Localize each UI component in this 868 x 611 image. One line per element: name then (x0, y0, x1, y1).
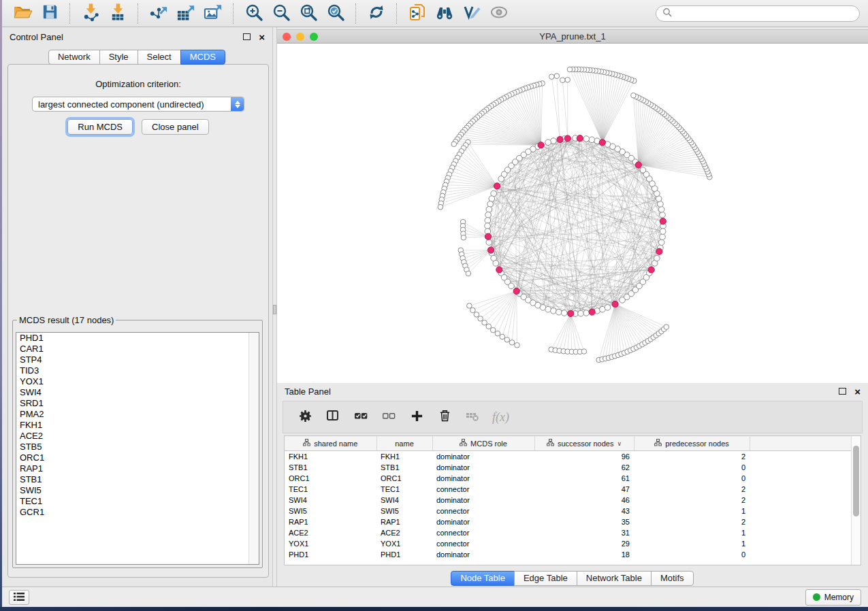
cell-successor-nodes[interactable]: 61 (534, 473, 634, 484)
share-document-button[interactable] (404, 2, 431, 25)
search-input[interactable] (672, 8, 853, 19)
network-graph[interactable] (277, 44, 868, 383)
table-row[interactable]: YOX1YOX1connector291 (285, 538, 861, 549)
cell-MCDS-role[interactable]: dominator (432, 462, 534, 473)
column-header-MCDS-role[interactable]: MCDS role (432, 436, 534, 451)
node-table[interactable]: shared namenameMCDS rolesuccessor nodes∨… (285, 436, 861, 560)
tab-mcds[interactable]: MCDS (180, 50, 225, 65)
cell-name[interactable]: ACE2 (376, 527, 432, 538)
cell-predecessor-nodes[interactable]: 1 (634, 538, 750, 549)
deselect-all-button[interactable] (381, 409, 397, 425)
mcds-hub-node[interactable] (635, 162, 641, 168)
cell-MCDS-role[interactable]: dominator (432, 451, 534, 463)
ring-node[interactable] (545, 306, 551, 312)
mcds-result-item[interactable]: SWI4 (16, 387, 259, 398)
ring-node[interactable] (493, 261, 499, 267)
column-header-shared-name[interactable]: shared name (285, 436, 376, 451)
mcds-hub-node[interactable] (660, 218, 666, 225)
cell-name[interactable]: FKH1 (376, 451, 432, 463)
cell-shared-name[interactable]: STB1 (285, 462, 376, 473)
cell-shared-name[interactable]: ACE2 (285, 527, 376, 538)
zoom-out-button[interactable] (268, 2, 295, 25)
ring-node[interactable] (562, 310, 568, 316)
cell-MCDS-role[interactable]: connector (432, 484, 534, 495)
leaf-node[interactable] (509, 340, 515, 346)
cell-predecessor-nodes[interactable]: 1 (634, 506, 750, 516)
mcds-result-item[interactable]: CAR1 (16, 344, 259, 354)
search-box[interactable] (656, 5, 860, 22)
cell-shared-name[interactable]: RAP1 (285, 516, 376, 527)
mcds-hub-node[interactable] (568, 310, 574, 316)
leaf-node[interactable] (474, 312, 479, 318)
tab-select[interactable]: Select (138, 50, 181, 65)
leaf-node[interactable] (482, 320, 487, 325)
leaf-node[interactable] (664, 325, 669, 330)
leaf-node[interactable] (631, 93, 637, 98)
ring-node[interactable] (654, 255, 660, 261)
ring-node[interactable] (660, 234, 666, 240)
tab-edge-table[interactable]: Edge Table (514, 571, 577, 586)
leaf-node[interactable] (504, 337, 510, 343)
tab-style[interactable]: Style (99, 50, 138, 65)
panel-splitter[interactable] (272, 27, 277, 587)
ring-node[interactable] (658, 201, 664, 208)
sort-indicator-icon[interactable]: ∨ (617, 440, 622, 447)
mcds-result-item[interactable]: ORC1 (16, 452, 259, 463)
leaf-node[interactable] (495, 331, 500, 336)
float-table-panel-icon[interactable] (839, 388, 846, 395)
mcds-list-scrollbar[interactable] (248, 333, 259, 564)
cell-successor-nodes[interactable]: 43 (534, 506, 634, 516)
cell-predecessor-nodes[interactable]: 0 (634, 462, 750, 473)
table-row[interactable]: RAP1RAP1dominator352 (285, 516, 861, 527)
tab-node-table[interactable]: Node Table (451, 571, 515, 586)
ring-node[interactable] (660, 229, 666, 235)
hide-graphics-button[interactable] (485, 2, 513, 25)
ring-node[interactable] (640, 167, 646, 174)
table-row[interactable]: PHD1PHD1dominator180 (285, 549, 861, 560)
mcds-result-item[interactable]: SWI5 (16, 485, 259, 496)
ring-node[interactable] (583, 136, 590, 142)
leaf-node[interactable] (467, 303, 472, 309)
mcds-hub-node[interactable] (487, 247, 494, 253)
cell-name[interactable]: RAP1 (376, 516, 432, 527)
close-panel-button[interactable]: Close panel (142, 119, 209, 135)
delete-column-button[interactable] (436, 409, 453, 425)
ring-node[interactable] (545, 139, 551, 146)
mcds-result-item[interactable]: STP4 (16, 354, 259, 365)
select-all-button[interactable] (353, 409, 369, 425)
leaf-node[interactable] (549, 74, 555, 80)
cell-name[interactable]: YOX1 (376, 538, 432, 549)
network-search-button[interactable] (431, 2, 458, 25)
cell-shared-name[interactable]: PHD1 (285, 549, 376, 560)
mcds-result-item[interactable]: SRD1 (16, 398, 259, 409)
cell-predecessor-nodes[interactable]: 0 (634, 473, 750, 484)
cell-predecessor-nodes[interactable]: 2 (634, 495, 750, 506)
export-network-button[interactable] (145, 2, 172, 25)
show-columns-button[interactable] (325, 409, 341, 425)
export-image-button[interactable] (199, 2, 227, 25)
cell-successor-nodes[interactable]: 96 (534, 451, 634, 463)
mcds-hub-node[interactable] (599, 139, 605, 146)
column-header-predecessor-nodes[interactable]: predecessor nodes (634, 436, 750, 451)
add-column-button[interactable] (408, 409, 425, 425)
cell-predecessor-nodes[interactable]: 2 (634, 484, 750, 495)
cell-shared-name[interactable]: FKH1 (285, 451, 376, 463)
cell-shared-name[interactable]: SWI4 (285, 495, 376, 506)
export-table-button[interactable] (172, 2, 199, 25)
mcds-hub-node[interactable] (656, 248, 662, 254)
cell-successor-nodes[interactable]: 18 (534, 549, 634, 560)
task-history-button[interactable] (9, 590, 29, 605)
leaf-node[interactable] (438, 204, 443, 210)
table-row[interactable]: ACE2ACE2connector311 (285, 527, 861, 538)
mcds-result-item[interactable]: GCR1 (16, 507, 259, 518)
ring-node[interactable] (605, 305, 611, 311)
leaf-node[interactable] (500, 334, 505, 340)
ring-node[interactable] (556, 309, 562, 315)
table-row[interactable]: SWI4SWI4dominator462 (285, 495, 861, 506)
cell-shared-name[interactable]: SWI5 (285, 506, 376, 516)
ring-node[interactable] (509, 283, 515, 289)
mcds-result-item[interactable]: YOX1 (16, 376, 259, 387)
cell-successor-nodes[interactable]: 35 (534, 516, 634, 527)
cell-name[interactable]: PHD1 (376, 549, 432, 560)
cell-predecessor-nodes[interactable]: 0 (634, 549, 750, 560)
